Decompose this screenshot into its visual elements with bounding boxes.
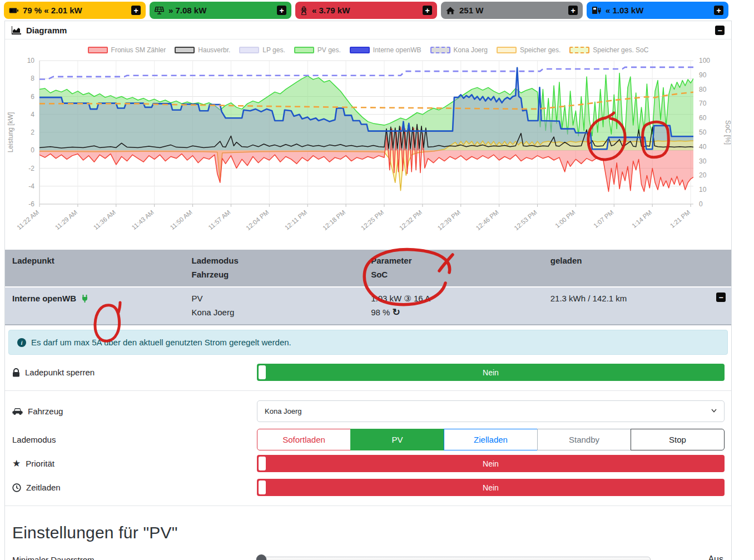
toggle-knob bbox=[259, 457, 266, 470]
table-row: Interne openWB PV Kona Joerg 1.03 kW ③ 1… bbox=[5, 288, 731, 325]
zeitladen-toggle[interactable]: Nein bbox=[257, 479, 725, 496]
svg-text:SoC [%]: SoC [%] bbox=[724, 120, 731, 145]
mode-button-standby[interactable]: Standby bbox=[537, 429, 631, 450]
svg-text:Leistung [kW]: Leistung [kW] bbox=[7, 112, 14, 153]
svg-text:30: 30 bbox=[699, 157, 707, 165]
legend-label: Fronius SM Zähler bbox=[111, 46, 166, 54]
status-pill-expand-button[interactable]: + bbox=[568, 6, 578, 15]
col-geladen: geladen bbox=[550, 254, 718, 267]
prioritaet-label: Priorität bbox=[26, 459, 54, 468]
status-pill-battery: 79 % « 2.01 kW+ bbox=[4, 2, 146, 19]
col-ladepunkt: Ladepunkt bbox=[12, 254, 180, 267]
legend-item[interactable]: Interne openWB bbox=[350, 46, 421, 54]
status-bar: 79 % « 2.01 kW+» 7.08 kW+« 3.79 kW+251 W… bbox=[0, 0, 728, 21]
row-collapse-button[interactable]: − bbox=[716, 293, 726, 302]
legend-swatch bbox=[497, 47, 517, 53]
legend-swatch bbox=[350, 47, 370, 53]
svg-text:6: 6 bbox=[31, 93, 34, 101]
prioritaet-row: ★ Priorität Nein bbox=[5, 454, 731, 475]
slider-track[interactable] bbox=[257, 557, 651, 560]
lock-icon bbox=[12, 368, 20, 377]
row-fahrzeug: Kona Joerg bbox=[192, 305, 360, 319]
status-pill-expand-button[interactable]: + bbox=[423, 6, 432, 15]
sperren-toggle[interactable]: Nein bbox=[257, 364, 725, 381]
chargepoint-table: Ladepunkt LademodusFahrzeug ParameterSoC… bbox=[5, 250, 731, 325]
mode-button-group: SofortladenPVZielladenStandbyStop bbox=[257, 429, 725, 450]
phases-icon: ③ bbox=[404, 294, 411, 303]
legend-swatch bbox=[175, 47, 195, 53]
svg-text:12:18 PM: 12:18 PM bbox=[321, 209, 346, 231]
sperren-row: Ladepunkt sperren Nein bbox=[5, 360, 731, 384]
slider-row: Minimaler DauerstromAus bbox=[5, 548, 731, 560]
svg-text:10: 10 bbox=[699, 186, 707, 194]
vehicle-select[interactable]: Kona Joerg bbox=[257, 400, 725, 422]
mode-button-stop[interactable]: Stop bbox=[631, 429, 725, 450]
legend-swatch bbox=[239, 47, 259, 53]
svg-text:12:04 PM: 12:04 PM bbox=[245, 209, 270, 231]
svg-text:11:29 AM: 11:29 AM bbox=[54, 209, 78, 231]
legend-swatch bbox=[294, 47, 314, 53]
zeitladen-label: Zeitladen bbox=[26, 483, 61, 492]
legend-item[interactable]: Kona Joerg bbox=[430, 46, 488, 54]
svg-text:2: 2 bbox=[31, 128, 34, 136]
ev-charger-icon bbox=[592, 6, 601, 14]
soc-refresh-icon[interactable]: ↻ bbox=[393, 307, 400, 318]
legend-label: Speicher ges. bbox=[520, 46, 560, 54]
prioritaet-value: Nein bbox=[483, 459, 499, 468]
slider-knob[interactable] bbox=[256, 554, 266, 560]
svg-text:90: 90 bbox=[699, 71, 707, 79]
status-pill-house: 251 W+ bbox=[441, 2, 583, 19]
status-pill-chargepoint: « 1.03 kW+ bbox=[587, 2, 728, 19]
row-lademodus: PV bbox=[192, 291, 360, 305]
status-pill-value: « 1.03 kW bbox=[606, 6, 643, 15]
zeitladen-value: Nein bbox=[483, 483, 499, 492]
legend-label: LP ges. bbox=[262, 46, 285, 54]
chart-legend: Fronius SM ZählerHausverbr.LP ges.PV ges… bbox=[5, 39, 731, 55]
legend-label: Kona Joerg bbox=[454, 46, 488, 54]
status-pill-grid: « 3.79 kW+ bbox=[295, 2, 437, 19]
col-parameter: Parameter bbox=[371, 254, 539, 267]
mode-button-zielladen[interactable]: Zielladen bbox=[444, 429, 538, 450]
svg-text:10: 10 bbox=[27, 57, 35, 65]
legend-item[interactable]: Speicher ges. bbox=[497, 46, 560, 54]
legend-item[interactable]: Hausverbr. bbox=[175, 46, 230, 54]
status-pill-expand-button[interactable]: + bbox=[714, 6, 723, 15]
svg-text:11:36 AM: 11:36 AM bbox=[92, 209, 117, 231]
status-pill-expand-button[interactable]: + bbox=[131, 6, 141, 15]
status-pill-value: 251 W bbox=[459, 6, 483, 15]
table-header-row: Ladepunkt LademodusFahrzeug ParameterSoC… bbox=[5, 250, 731, 288]
legend-item[interactable]: PV ges. bbox=[294, 46, 341, 54]
mode-button-sofortladen[interactable]: Sofortladen bbox=[257, 429, 351, 450]
svg-text:1:14 PM: 1:14 PM bbox=[631, 209, 653, 229]
legend-label: Speicher ges. SoC bbox=[593, 46, 648, 54]
diagram-header: Diagramm − bbox=[5, 21, 731, 39]
status-pill-expand-button[interactable]: + bbox=[277, 6, 286, 15]
svg-text:0: 0 bbox=[699, 200, 703, 208]
status-pill-pv: » 7.08 kW+ bbox=[150, 2, 291, 19]
power-chart: 1086420-2-4-6100908070605040302010011:22… bbox=[5, 55, 731, 244]
divider bbox=[5, 390, 731, 391]
info-icon: i bbox=[17, 338, 26, 347]
car-icon bbox=[12, 408, 23, 415]
col-fahrzeug: Fahrzeug bbox=[192, 267, 360, 281]
sperren-value: Nein bbox=[483, 368, 499, 377]
legend-item[interactable]: Fronius SM Zähler bbox=[88, 46, 166, 54]
svg-text:-6: -6 bbox=[28, 200, 34, 208]
legend-item[interactable]: Speicher ges. SoC bbox=[569, 46, 648, 54]
plug-icon bbox=[82, 294, 88, 303]
svg-text:-2: -2 bbox=[28, 165, 34, 172]
diagram-collapse-button[interactable]: − bbox=[715, 26, 725, 35]
legend-label: PV ges. bbox=[318, 46, 341, 54]
prioritaet-toggle[interactable]: Nein bbox=[257, 455, 725, 472]
svg-text:12:32 PM: 12:32 PM bbox=[398, 209, 423, 231]
svg-text:12:11 PM: 12:11 PM bbox=[284, 209, 309, 231]
svg-text:11:50 AM: 11:50 AM bbox=[169, 209, 194, 231]
status-pill-value: « 3.79 kW bbox=[312, 6, 350, 15]
settings-sliders: Minimaler DauerstromAusMindest-SoCAusMin… bbox=[5, 548, 731, 560]
mode-button-pv[interactable]: PV bbox=[350, 429, 444, 450]
svg-text:11:43 AM: 11:43 AM bbox=[131, 209, 155, 231]
chevron-down-icon bbox=[711, 409, 717, 413]
svg-text:1:21 PM: 1:21 PM bbox=[669, 209, 692, 229]
row-parameter: 1.03 kW ③ 16 A bbox=[371, 291, 539, 305]
legend-item[interactable]: LP ges. bbox=[239, 46, 285, 54]
